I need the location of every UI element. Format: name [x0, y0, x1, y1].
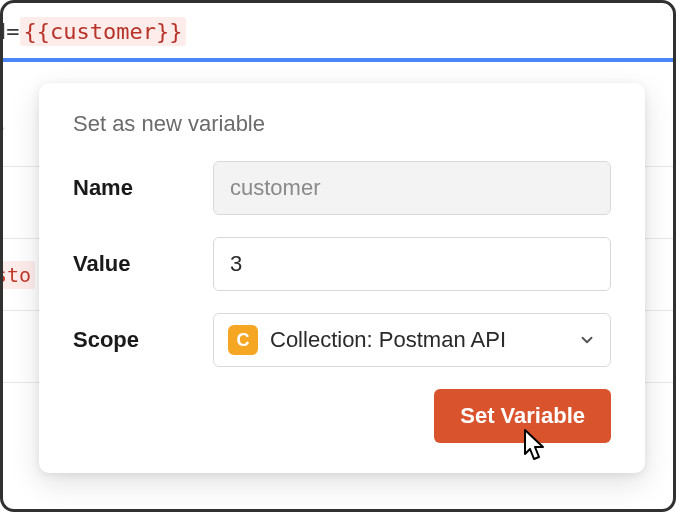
scope-selected-text: Collection: Postman API: [270, 327, 566, 353]
popover-title: Set as new variable: [73, 111, 611, 137]
chevron-down-icon: [578, 331, 596, 349]
active-tab-underline: [3, 58, 673, 62]
bg-text: e-r: [3, 119, 4, 143]
scope-label: Scope: [73, 327, 213, 353]
name-label: Name: [73, 175, 213, 201]
url-bar[interactable]: d= {{customer}}: [3, 3, 673, 61]
url-prefix: d=: [0, 19, 20, 44]
set-variable-button[interactable]: Set Variable: [434, 389, 611, 443]
bg-variable-chip: sto: [3, 261, 35, 289]
name-input[interactable]: customer: [213, 161, 611, 215]
variable-token[interactable]: {{customer}}: [20, 17, 187, 46]
value-label: Value: [73, 251, 213, 277]
set-variable-popover: Set as new variable Name customer Value …: [39, 83, 645, 473]
collection-badge-icon: C: [228, 325, 258, 355]
value-input[interactable]: [213, 237, 611, 291]
scope-select[interactable]: C Collection: Postman API: [213, 313, 611, 367]
